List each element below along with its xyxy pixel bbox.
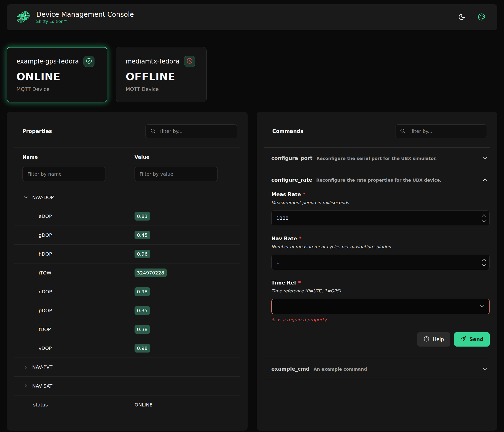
field-time-ref: Time Ref* Time reference (0=UTC, 1=GPS) …	[271, 280, 490, 322]
title-block: Device Management Console Shitty Edition…	[36, 11, 134, 24]
decrement-button[interactable]	[482, 264, 486, 267]
command-example-cmd[interactable]: example_cmd An example command	[264, 358, 490, 380]
field-nav-rate: Nav Rate* Number of measurement cycles p…	[271, 236, 490, 270]
time-ref-select[interactable]	[271, 299, 490, 314]
theme-toggle-button[interactable]	[457, 12, 467, 23]
device-type: MQTT Device	[126, 86, 197, 92]
property-name: nDOP	[14, 289, 135, 294]
search-icon	[400, 128, 405, 135]
property-name: pDOP	[14, 308, 135, 313]
top-bar: Device Management Console Shitty Edition…	[7, 4, 497, 30]
table-row: tDOP 0.38	[14, 320, 240, 339]
value-filter-input[interactable]	[135, 167, 217, 181]
property-name: hDOP	[14, 251, 135, 257]
field-label: Nav Rate	[271, 236, 297, 241]
command-configure-port[interactable]: configure_port Reconfigure the serial po…	[264, 147, 490, 169]
device-card-mediamtx-fedora[interactable]: mediamtx-fedora OFFLINE MQTT Device	[116, 47, 207, 102]
table-row: nDOP 0.98	[14, 282, 240, 301]
chevron-right-icon	[23, 364, 29, 370]
command-description: Reconfigure the rate properties for the …	[316, 178, 441, 183]
online-status-chip	[83, 56, 94, 67]
command-name: configure_rate	[271, 177, 312, 183]
tree-group-nav-pvt[interactable]: NAV-PVT	[14, 358, 240, 377]
properties-panel: Properties Name Value	[7, 112, 248, 431]
command-description: Reconfigure the serial port for the UBX …	[316, 156, 437, 161]
property-name: eDOP	[14, 213, 135, 219]
decrement-button[interactable]	[482, 219, 486, 223]
properties-filter-input[interactable]	[159, 128, 233, 134]
group-label: NAV-SAT	[32, 383, 53, 389]
check-circle-icon	[86, 57, 92, 65]
app-logo-icon	[16, 10, 30, 25]
field-label: Time Ref	[271, 280, 297, 286]
validation-error: ⚠ is a required property	[271, 317, 490, 322]
page-title: Device Management Console	[36, 11, 134, 18]
name-column-header: Name	[14, 154, 135, 160]
required-asterisk: *	[298, 280, 301, 286]
device-name: example-gps-fedora	[17, 58, 79, 65]
property-value-badge: 0.35	[135, 306, 150, 315]
commands-panel: Commands configure_port Reconfigure the …	[257, 112, 498, 431]
table-row: hDOP 0.96	[14, 244, 240, 263]
property-value-badge: 0.96	[135, 250, 150, 258]
field-helper: Measurement period in milliseconds	[271, 200, 490, 205]
moon-icon	[458, 13, 465, 21]
required-asterisk: *	[299, 236, 301, 241]
properties-filter-box	[145, 124, 237, 138]
table-row: eDOP 0.83	[14, 207, 240, 226]
property-value-badge: 324970228	[135, 268, 167, 277]
name-filter-input[interactable]	[22, 167, 105, 181]
send-button[interactable]: Send	[454, 332, 490, 347]
device-cards: example-gps-fedora ONLINE MQTT Device me…	[7, 47, 497, 102]
property-name: gDOP	[14, 232, 135, 238]
field-meas-rate: Meas Rate* Measurement period in millise…	[271, 192, 490, 226]
property-name: iTOW	[14, 270, 135, 276]
property-value-badge: 0.98	[135, 344, 150, 352]
commands-filter-box	[395, 124, 487, 138]
field-helper: Number of measurement cycles per navigat…	[271, 244, 490, 249]
group-label: NAV-DOP	[32, 194, 54, 200]
chevron-up-icon	[482, 177, 488, 183]
help-button-label: Help	[433, 337, 444, 342]
help-button[interactable]: Help	[417, 332, 450, 347]
command-description: An example command	[314, 367, 367, 372]
table-row-status: status ONLINE	[14, 395, 240, 414]
required-asterisk: *	[303, 192, 305, 197]
field-helper: Time reference (0=UTC, 1=GPS)	[271, 288, 490, 293]
properties-title: Properties	[22, 129, 52, 134]
tree-group-nav-sat[interactable]: NAV-SAT	[14, 377, 240, 395]
device-status: ONLINE	[17, 71, 98, 83]
meas-rate-input[interactable]	[271, 211, 490, 226]
table-row: gDOP 0.45	[14, 226, 240, 244]
send-icon	[460, 336, 466, 343]
device-name: mediamtx-fedora	[126, 58, 179, 65]
increment-button[interactable]	[482, 214, 486, 217]
color-theme-button[interactable]	[476, 12, 487, 23]
property-value-badge: 0.45	[135, 231, 150, 239]
device-card-example-gps-fedora[interactable]: example-gps-fedora ONLINE MQTT Device	[7, 47, 107, 102]
properties-tree: NAV-DOP eDOP 0.83 gDOP 0.45 hDOP 0.96	[14, 188, 240, 414]
x-circle-icon	[186, 57, 193, 65]
property-value: ONLINE	[135, 402, 240, 408]
property-value-badge: 0.98	[135, 287, 150, 296]
chevron-right-icon	[23, 383, 29, 389]
nav-rate-input[interactable]	[271, 255, 490, 270]
page: Device Management Console Shitty Edition…	[0, 0, 504, 432]
value-column-header: Value	[135, 154, 240, 160]
help-circle-icon	[423, 336, 430, 343]
increment-button[interactable]	[482, 258, 486, 261]
table-row: iTOW 324970228	[14, 263, 240, 282]
field-label: Meas Rate	[271, 192, 301, 197]
command-configure-rate[interactable]: configure_rate Reconfigure the rate prop…	[264, 169, 490, 191]
chevron-down-icon	[23, 194, 29, 200]
group-label: NAV-PVT	[32, 364, 53, 370]
property-name: tDOP	[14, 327, 135, 332]
offline-status-chip	[184, 56, 195, 67]
chevron-down-icon	[479, 303, 486, 310]
chevron-down-icon	[482, 366, 488, 372]
commands-title: Commands	[272, 129, 303, 134]
tree-group-nav-dop[interactable]: NAV-DOP	[14, 188, 240, 207]
commands-filter-input[interactable]	[409, 128, 482, 134]
property-name: status	[14, 402, 135, 408]
device-status: OFFLINE	[126, 71, 197, 83]
